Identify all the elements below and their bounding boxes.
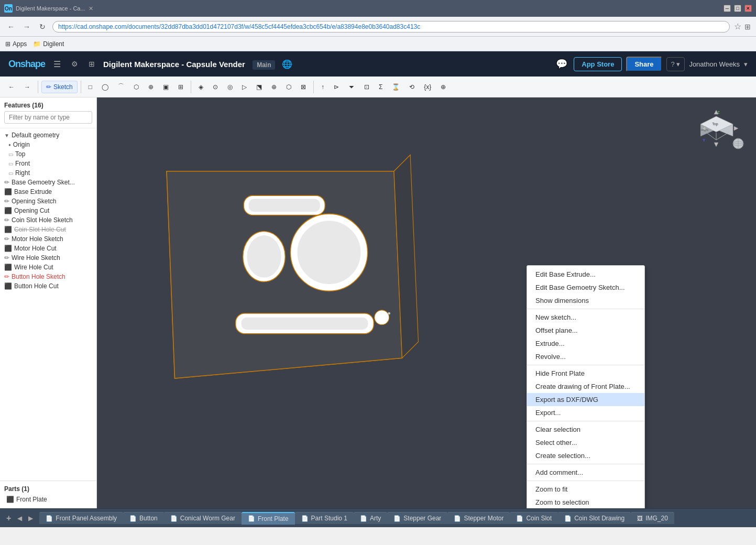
toolbar-btn-16[interactable]: ↑	[317, 81, 328, 93]
toolbar-btn-6[interactable]: ▣	[159, 81, 173, 93]
bookmark-star-icon[interactable]: ☆	[734, 21, 741, 31]
tab-scroll-forward[interactable]: ▶	[26, 514, 35, 523]
ctx-zoom-fit[interactable]: Zoom to fit	[527, 483, 644, 496]
window-minimize[interactable]: ─	[724, 5, 731, 12]
tree-item-wire-hole-cut[interactable]: ⬛ Wire Hole Cut	[0, 263, 96, 272]
sketch-button[interactable]: ✏ Sketch	[41, 81, 78, 93]
window-close[interactable]: ✕	[744, 5, 752, 12]
grid-icon[interactable]: ⊞	[86, 58, 97, 70]
toolbar-btn-23[interactable]: {x}	[420, 81, 435, 93]
tab-img-20[interactable]: 🖼 IMG_20	[631, 512, 674, 524]
ctx-new-sketch[interactable]: New sketch...	[527, 311, 644, 324]
url-box[interactable]: https://cad.onshape.com/documents/32dd87…	[52, 21, 730, 32]
toolbar-btn-24[interactable]: ⊕	[436, 81, 450, 93]
ctx-offset-plane[interactable]: Offset plane...	[527, 324, 644, 337]
tree-item-base-gemoetry-sketch[interactable]: ✏ Base Gemoetry Sket...	[0, 178, 96, 187]
ctx-add-comment[interactable]: Add comment...	[527, 466, 644, 479]
toolbar-btn-17[interactable]: ⊳	[330, 81, 343, 93]
hamburger-menu-icon[interactable]: ☰	[51, 57, 63, 71]
tree-item-button-hole-cut[interactable]: ⬛ Button Hole Cut	[0, 281, 96, 291]
toolbar-btn-21[interactable]: ⌛	[388, 81, 404, 93]
tree-item-front[interactable]: ▭ Front	[0, 159, 96, 168]
tab-stepper-motor[interactable]: 📄 Stepper Motor	[447, 512, 510, 524]
chat-icon[interactable]: 💬	[554, 56, 569, 72]
window-maximize[interactable]: □	[734, 5, 741, 12]
toolbar-btn-8[interactable]: ◈	[194, 81, 207, 93]
features-filter-input[interactable]	[4, 111, 92, 124]
tab-arty[interactable]: 📄 Arty	[354, 512, 387, 524]
toolbar-btn-11[interactable]: ▷	[238, 81, 251, 93]
nav-forward-button[interactable]: →	[21, 21, 32, 32]
toolbar-btn-14[interactable]: ⬡	[282, 81, 295, 93]
ctx-hide-front-plate[interactable]: Hide Front Plate	[527, 367, 644, 380]
tree-item-motor-hole-cut[interactable]: ⬛ Motor Hole Cut	[0, 244, 96, 253]
ctx-extrude[interactable]: Extrude...	[527, 337, 644, 350]
ctx-create-drawing[interactable]: Create drawing of Front Plate...	[527, 380, 644, 393]
ctx-select-other[interactable]: Select other...	[527, 436, 644, 449]
toolbar-btn-3[interactable]: ⌒	[114, 80, 128, 93]
help-button[interactable]: ? ▾	[666, 57, 685, 71]
toolbar-btn-7[interactable]: ⊞	[174, 81, 188, 93]
ctx-edit-base-extrude[interactable]: Edit Base Extrude...	[527, 268, 644, 281]
ctx-export-dxf[interactable]: Export as DXF/DWG	[527, 393, 644, 406]
toolbar-btn-22[interactable]: ⟲	[405, 81, 419, 93]
toolbar-btn-13[interactable]: ⊕	[267, 81, 281, 93]
extensions-icon[interactable]: ⊞	[744, 23, 751, 31]
tree-item-wire-hole-sketch[interactable]: ✏ Wire Hole Sketch	[0, 253, 96, 263]
view-cube[interactable]: X Z Y Top Front Right	[700, 106, 748, 153]
tab-stepper-gear[interactable]: 📄 Stepper Gear	[387, 512, 447, 524]
tree-item-origin[interactable]: ● Origin	[0, 140, 96, 149]
tree-item-right[interactable]: ▭ Right	[0, 168, 96, 178]
toolbar-btn-1[interactable]: □	[84, 81, 96, 93]
ctx-clear-selection[interactable]: Clear selection	[527, 423, 644, 436]
ctx-export[interactable]: Export...	[527, 406, 644, 419]
tab-close[interactable]: ✕	[89, 5, 93, 12]
tree-item-coin-slot-hole-cut[interactable]: ⬛ Coin Slot Hole Cut	[0, 225, 96, 234]
bookmark-digilent[interactable]: 📁 Digilent	[33, 40, 64, 48]
ctx-edit-base-gemoetry-sketch[interactable]: Edit Base Gemoetry Sketch...	[527, 281, 644, 294]
toolbar-btn-2[interactable]: ◯	[97, 81, 113, 93]
toolbar-btn-19[interactable]: ⊡	[360, 81, 374, 93]
tab-conical-worm-gear[interactable]: 📄 Conical Worm Gear	[164, 512, 242, 524]
tab-coin-slot[interactable]: 📄 Coin Slot	[510, 512, 558, 524]
tab-coin-slot-drawing[interactable]: 📄 Coin Slot Drawing	[558, 512, 631, 524]
tree-item-button-hole-sketch[interactable]: ✏ Button Hole Sketch	[0, 272, 96, 281]
tab-front-plate[interactable]: 📄 Front Plate	[242, 512, 295, 525]
ctx-show-dimensions[interactable]: Show dimensions	[527, 294, 644, 307]
tab-front-panel-assembly[interactable]: 📄 Front Panel Assembly	[39, 512, 123, 524]
tree-item-opening-cut[interactable]: ⬛ Opening Cut	[0, 206, 96, 215]
undo-button[interactable]: ←	[4, 81, 19, 93]
toolbar-btn-18[interactable]: ⏷	[344, 81, 359, 93]
bookmark-apps[interactable]: ⊞ Apps	[5, 40, 27, 48]
ctx-create-selection[interactable]: Create selection...	[527, 449, 644, 462]
redo-button[interactable]: →	[20, 81, 35, 93]
tree-item-base-extrude[interactable]: ⬛ Base Extrude	[0, 187, 96, 197]
share-button[interactable]: Share	[626, 57, 662, 72]
app-store-button[interactable]: App Store	[574, 57, 622, 71]
tree-item-coin-slot-hole-sketch[interactable]: ✏ Coin Slot Hole Sketch	[0, 215, 96, 225]
tab-part-studio-1[interactable]: 📄 Part Studio 1	[295, 512, 354, 524]
toolbar-btn-12[interactable]: ⬔	[252, 81, 266, 93]
tree-item-front-plate[interactable]: ⬛ Front Plate	[4, 495, 92, 504]
tab-button[interactable]: 📄 Button	[123, 512, 164, 524]
toolbar-btn-10[interactable]: ◎	[223, 81, 237, 93]
tree-item-motor-hole-sketch[interactable]: ✏ Motor Hole Sketch	[0, 234, 96, 244]
tree-item-opening-sketch[interactable]: ✏ Opening Sketch	[0, 197, 96, 206]
ctx-zoom-selection[interactable]: Zoom to selection	[527, 496, 644, 508]
user-name[interactable]: Jonathon Weeks	[689, 60, 740, 68]
toolbar-btn-20[interactable]: Σ	[375, 81, 387, 93]
add-tab-button[interactable]: +	[4, 513, 13, 524]
toolbar-btn-4[interactable]: ⬡	[129, 81, 143, 93]
settings-icon[interactable]: ⚙	[69, 58, 80, 70]
toolbar-btn-15[interactable]: ⊠	[297, 81, 310, 93]
globe-icon[interactable]: 🌐	[282, 60, 292, 69]
tab-scroll-back[interactable]: ◀	[15, 514, 24, 523]
tree-item-top[interactable]: ▭ Top	[0, 149, 96, 159]
user-chevron-icon[interactable]: ▾	[744, 60, 748, 68]
nav-back-button[interactable]: ←	[5, 21, 17, 32]
toolbar-btn-5[interactable]: ⊕	[144, 81, 158, 93]
tree-item-default-geometry[interactable]: ▼ Default geometry	[0, 130, 96, 140]
nav-reload-button[interactable]: ↻	[37, 21, 48, 32]
toolbar-btn-9[interactable]: ⊙	[209, 81, 222, 93]
ctx-revolve[interactable]: Revolve...	[527, 350, 644, 363]
